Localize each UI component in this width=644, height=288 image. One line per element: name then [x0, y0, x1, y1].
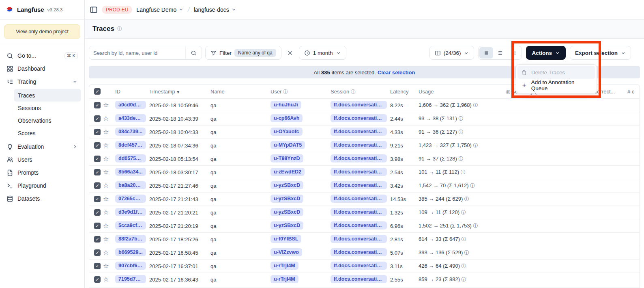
- column-header-latency[interactable]: Latency: [390, 89, 419, 95]
- table-row[interactable]: ✓ ☆ dd05753... 2025-02-18 05:13:54 qa u-…: [89, 152, 640, 165]
- column-header-user[interactable]: User ⓘ: [270, 89, 331, 95]
- bookmark-star-icon[interactable]: ☆: [103, 276, 109, 283]
- table-row[interactable]: ✓ ☆ 7195d78e... 2025-02-17 16:36:43 qa u…: [89, 273, 640, 286]
- trace-id-badge[interactable]: ba8a208f...: [115, 181, 146, 189]
- bookmark-star-icon[interactable]: ☆: [103, 102, 109, 108]
- row-checkbox[interactable]: ✓: [94, 223, 101, 229]
- session-id-badge[interactable]: lf.docs.conversation...: [331, 235, 387, 243]
- session-id-badge[interactable]: lf.docs.conversation...: [331, 275, 387, 283]
- bookmark-star-icon[interactable]: ☆: [103, 182, 109, 189]
- bookmark-star-icon[interactable]: ☆: [103, 196, 109, 202]
- bookmark-star-icon[interactable]: ☆: [103, 249, 109, 256]
- column-visibility-button[interactable]: (24/36): [429, 46, 474, 60]
- sidebar-item-tracing[interactable]: Tracing: [3, 75, 81, 88]
- table-row[interactable]: ✓ ☆ 07265c7a... 2025-02-17 21:21:43 qa u…: [89, 192, 640, 206]
- column-header-truncated[interactable]: # c: [627, 89, 640, 95]
- column-header-name[interactable]: Name: [210, 89, 270, 95]
- org-selector[interactable]: Langfuse Demo: [136, 6, 184, 13]
- sidebar-item-prompts[interactable]: Prompts: [3, 166, 81, 179]
- session-id-badge[interactable]: lf.docs.conversation...: [331, 101, 387, 109]
- table-row[interactable]: ✓ ☆ b669529... 2025-02-17 16:58:45 qa u-…: [89, 246, 640, 259]
- trace-id-badge[interactable]: 7195d78e...: [115, 275, 146, 283]
- table-row[interactable]: ✓ ☆ ba8a208f... 2025-02-17 21:27:46 qa u…: [89, 179, 640, 192]
- trace-id-badge[interactable]: d3e9d1f2...: [115, 208, 146, 216]
- session-id-badge[interactable]: lf.docs.conversation...: [331, 195, 387, 203]
- row-checkbox[interactable]: ✓: [94, 115, 101, 122]
- table-row[interactable]: ✓ ☆ d3e9d1f2... 2025-02-17 21:20:21 qa u…: [89, 206, 640, 219]
- row-checkbox[interactable]: ✓: [94, 276, 101, 283]
- column-header-timestamp[interactable]: Timestamp▼: [149, 89, 210, 95]
- sidebar-item-dashboard[interactable]: Dashboard: [3, 62, 81, 75]
- row-checkbox[interactable]: ✓: [94, 196, 101, 202]
- sidebar-item-evaluation[interactable]: Evaluation: [3, 140, 81, 153]
- actions-button[interactable]: Actions: [526, 46, 566, 60]
- sidebar-item-scores[interactable]: Scores: [14, 127, 81, 139]
- user-id-badge[interactable]: u-huJhuJi: [270, 101, 301, 109]
- menu-item-delete-traces[interactable]: Delete Traces: [517, 66, 595, 79]
- trace-id-badge[interactable]: 907cbf6e...: [115, 262, 146, 270]
- session-id-badge[interactable]: lf.docs.conversation...: [331, 154, 387, 162]
- session-id-badge[interactable]: lf.docs.conversation...: [331, 128, 387, 136]
- sidebar-item-users[interactable]: Users: [3, 153, 81, 166]
- project-selector[interactable]: langfuse-docs: [194, 6, 236, 13]
- user-id-badge[interactable]: u-yzSBxcD: [270, 221, 303, 230]
- search-submit-button[interactable]: [185, 46, 202, 59]
- trace-id-badge[interactable]: b669529...: [115, 248, 146, 256]
- row-checkbox[interactable]: ✓: [94, 142, 101, 149]
- bookmark-star-icon[interactable]: ☆: [103, 156, 109, 162]
- sidebar-item-datasets[interactable]: Datasets: [3, 192, 81, 205]
- row-checkbox[interactable]: ✓: [94, 129, 101, 135]
- bookmark-star-icon[interactable]: ☆: [103, 129, 109, 135]
- session-id-badge[interactable]: lf.docs.conversation...: [331, 262, 387, 270]
- column-header-session[interactable]: Session ⓘ: [331, 89, 390, 95]
- trace-id-badge[interactable]: 8dcf4574...: [115, 141, 146, 149]
- user-id-badge[interactable]: u-yzSBxcD: [270, 195, 303, 203]
- trace-id-badge[interactable]: 5cca9cf2...: [115, 221, 146, 230]
- bookmark-star-icon[interactable]: ☆: [103, 263, 109, 269]
- row-checkbox[interactable]: ✓: [94, 102, 101, 108]
- user-id-badge[interactable]: u-OYauofc: [270, 128, 303, 136]
- user-id-badge[interactable]: u-f0YfBSL: [270, 235, 301, 243]
- sidebar-item-playground[interactable]: Playground: [3, 179, 81, 192]
- trace-id-badge[interactable]: dd05753...: [115, 154, 146, 162]
- session-id-badge[interactable]: lf.docs.conversation...: [331, 168, 387, 176]
- sidebar-item-sessions[interactable]: Sessions: [14, 102, 81, 114]
- goto-search[interactable]: Go to... ⌘ K: [3, 49, 81, 62]
- trace-id-badge[interactable]: 88f2a7b0...: [115, 235, 146, 243]
- bookmark-star-icon[interactable]: ☆: [103, 209, 109, 216]
- row-checkbox[interactable]: ✓: [94, 169, 101, 175]
- filter-button[interactable]: Filter Name any of qa: [205, 46, 281, 60]
- session-id-badge[interactable]: lf.docs.conversation...: [331, 221, 387, 230]
- demo-project-link[interactable]: demo project: [39, 29, 69, 35]
- bookmark-star-icon[interactable]: ☆: [103, 236, 109, 243]
- session-id-badge[interactable]: lf.docs.conversation...: [331, 141, 387, 149]
- sidebar-item-observations[interactable]: Observations: [14, 114, 81, 127]
- sidebar-item-traces[interactable]: Traces: [14, 89, 81, 102]
- table-row[interactable]: ✓ ☆ a0cd0d9... 2025-02-18 10:59:46 qa u-…: [89, 98, 640, 112]
- table-row[interactable]: ✓ ☆ 8b66a34... 2025-02-18 03:30:17 qa u-…: [89, 165, 640, 179]
- table-row[interactable]: ✓ ☆ 88f2a7b0... 2025-02-17 18:25:26 qa u…: [89, 232, 640, 246]
- bookmark-star-icon[interactable]: ☆: [103, 142, 109, 149]
- table-row[interactable]: ✓ ☆ 5cca9cf2... 2025-02-17 21:20:19 qa u…: [89, 219, 640, 232]
- trace-id-badge[interactable]: a433de51...: [115, 114, 146, 122]
- row-checkbox[interactable]: ✓: [94, 182, 101, 189]
- bookmark-star-icon[interactable]: ☆: [103, 223, 109, 229]
- session-id-badge[interactable]: lf.docs.conversation...: [331, 248, 387, 256]
- user-id-badge[interactable]: u-zEwdED2: [270, 168, 305, 176]
- time-range-button[interactable]: 1 month: [299, 46, 346, 60]
- menu-item-add-to-annotation-queue[interactable]: + Add to Annotation Queue: [517, 79, 595, 92]
- search-input[interactable]: [89, 50, 185, 56]
- clear-filter-button[interactable]: [285, 50, 296, 56]
- trace-id-badge[interactable]: 084c739...: [115, 128, 146, 136]
- session-id-badge[interactable]: lf.docs.conversation...: [331, 181, 387, 189]
- session-id-badge[interactable]: lf.docs.conversation...: [331, 114, 387, 122]
- table-row[interactable]: ✓ ☆ 084c739... 2025-02-18 10:04:33 qa u-…: [89, 125, 640, 139]
- table-row[interactable]: ✓ ☆ 907cbf6e... 2025-02-17 16:37:01 qa u…: [89, 259, 640, 273]
- row-height-small-button[interactable]: [479, 47, 493, 58]
- bookmark-star-icon[interactable]: ☆: [103, 169, 109, 175]
- column-header-id[interactable]: ID: [115, 89, 149, 95]
- select-all-checkbox[interactable]: ✓: [94, 88, 101, 95]
- row-height-large-button[interactable]: [507, 47, 521, 58]
- trace-id-badge[interactable]: a0cd0d9...: [115, 101, 146, 109]
- user-id-badge[interactable]: u-rTrjI4M: [270, 275, 298, 283]
